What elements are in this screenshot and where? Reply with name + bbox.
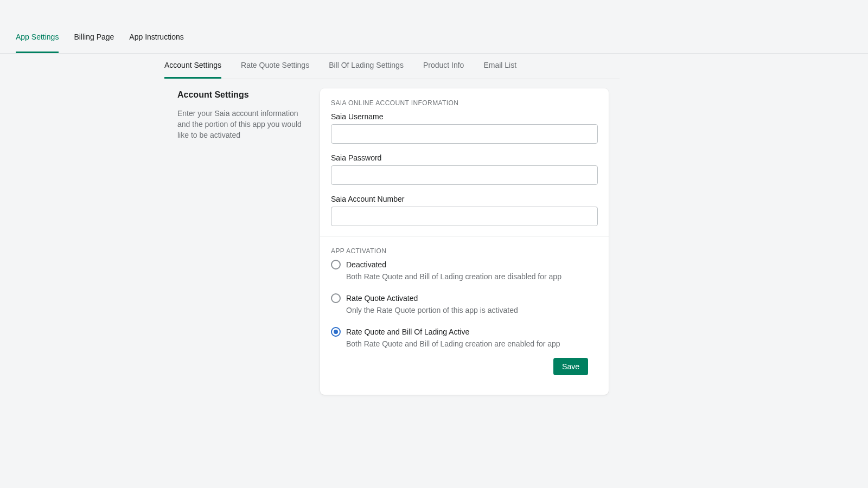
settings-sidebar: Account Settings Enter your Saia account…: [164, 88, 309, 395]
label-saia-account-number: Saia Account Number: [331, 194, 598, 204]
section-description: Enter your Saia account information and …: [177, 108, 309, 140]
app-activation-section: APP ACTIVATION Deactivated Both Rate Quo…: [320, 236, 609, 395]
app-activation-title: APP ACTIVATION: [331, 247, 598, 255]
tab-app-instructions[interactable]: App Instructions: [129, 30, 183, 53]
radio-rate-quote-bol-active[interactable]: Rate Quote and Bill Of Lading Active Bot…: [331, 326, 598, 349]
tab-app-settings[interactable]: App Settings: [16, 30, 59, 53]
section-heading: Account Settings: [177, 88, 309, 101]
radio-deactivated-btn[interactable]: [331, 260, 341, 269]
field-saia-password: Saia Password: [331, 152, 598, 185]
subtab-product-info[interactable]: Product Info: [423, 60, 464, 79]
activation-radio-group: Deactivated Both Rate Quote and Bill of …: [331, 259, 598, 349]
label-saia-password: Saia Password: [331, 152, 598, 163]
field-saia-account-number: Saia Account Number: [331, 194, 598, 226]
radio-rate-quote-bol-active-help: Both Rate Quote and Bill of Lading creat…: [346, 338, 598, 349]
radio-deactivated-label: Deactivated: [346, 259, 598, 270]
top-nav: App Settings Billing Page App Instructio…: [0, 0, 868, 54]
subtab-email-list[interactable]: Email List: [483, 60, 516, 79]
settings-layout: Account Settings Enter your Saia account…: [164, 79, 620, 395]
subtab-rate-quote-settings[interactable]: Rate Quote Settings: [241, 60, 309, 79]
input-saia-password[interactable]: [331, 165, 598, 185]
radio-rate-quote-bol-active-btn[interactable]: [331, 327, 341, 337]
radio-deactivated[interactable]: Deactivated Both Rate Quote and Bill of …: [331, 259, 598, 282]
radio-rate-quote-activated[interactable]: Rate Quote Activated Only the Rate Quote…: [331, 293, 598, 316]
card-footer: Save: [331, 351, 598, 385]
radio-rate-quote-bol-active-label: Rate Quote and Bill Of Lading Active: [346, 326, 598, 337]
account-info-title: SAIA ONLINE ACCOUNT INFORMATION: [331, 99, 598, 107]
radio-rate-quote-activated-help: Only the Rate Quote portion of this app …: [346, 305, 598, 316]
input-saia-username[interactable]: [331, 124, 598, 144]
field-saia-username: Saia Username: [331, 111, 598, 144]
account-settings-card: SAIA ONLINE ACCOUNT INFORMATION Saia Use…: [320, 88, 609, 395]
sub-nav: Account Settings Rate Quote Settings Bil…: [164, 54, 620, 79]
radio-deactivated-help: Both Rate Quote and Bill of Lading creat…: [346, 271, 598, 282]
tab-billing-page[interactable]: Billing Page: [74, 30, 114, 53]
label-saia-username: Saia Username: [331, 111, 598, 122]
subtab-bill-of-lading-settings[interactable]: Bill Of Lading Settings: [329, 60, 404, 79]
radio-rate-quote-activated-label: Rate Quote Activated: [346, 293, 598, 304]
save-button[interactable]: Save: [553, 358, 588, 375]
radio-rate-quote-activated-btn[interactable]: [331, 293, 341, 303]
account-info-section: SAIA ONLINE ACCOUNT INFORMATION Saia Use…: [320, 88, 609, 236]
sub-nav-wrap: Account Settings Rate Quote Settings Bil…: [0, 54, 868, 79]
input-saia-account-number[interactable]: [331, 207, 598, 226]
subtab-account-settings[interactable]: Account Settings: [164, 60, 221, 79]
